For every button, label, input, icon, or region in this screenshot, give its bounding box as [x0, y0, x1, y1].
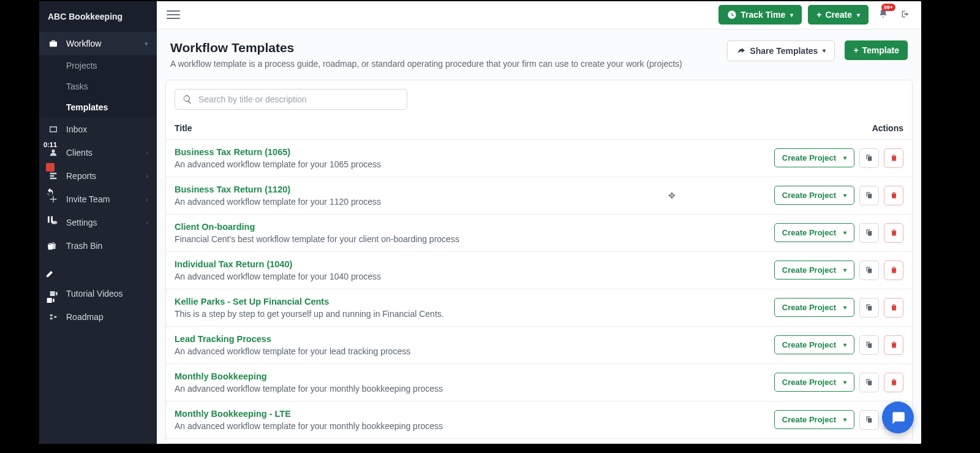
table-row: Kellie Parks - Set Up Financial Cents Th…	[166, 289, 912, 327]
template-title[interactable]: Lead Tracking Process	[175, 334, 774, 344]
draw-button[interactable]	[44, 267, 56, 280]
table-row: Lead Tracking Process An advanced workfl…	[166, 327, 912, 364]
copy-button[interactable]	[859, 186, 879, 205]
template-title[interactable]: Monthly Bookkeeping	[175, 371, 774, 381]
create-project-button[interactable]: Create Project ▾	[774, 186, 854, 205]
video-controls: 0:11	[39, 141, 61, 306]
plus-icon: +	[816, 10, 821, 20]
create-project-button[interactable]: Create Project ▾	[774, 298, 854, 317]
chevron-down-icon: ▾	[843, 341, 846, 348]
pause-button[interactable]	[44, 213, 56, 226]
table-header: Title Actions	[166, 117, 912, 140]
table-row: Monthly Bookkeeping - LTE An advanced wo…	[166, 402, 912, 439]
chevron-down-icon: ▾	[843, 267, 846, 273]
chat-button[interactable]	[882, 402, 914, 433]
search-box[interactable]	[175, 89, 407, 110]
table-row: Client On-boarding Financial Cent's best…	[166, 215, 912, 252]
chevron-down-icon: ▾	[790, 12, 793, 18]
page-header: Workflow Templates A workflow template i…	[157, 29, 921, 74]
exit-icon[interactable]	[900, 9, 911, 20]
templates-card: Title Actions Business Tax Return (1065)…	[165, 80, 913, 444]
chevron-down-icon: ▾	[843, 229, 846, 236]
row-actions: Create Project ▾	[774, 148, 903, 168]
track-time-button[interactable]: Track Time ▾	[718, 5, 802, 25]
restart-button[interactable]	[44, 186, 56, 199]
nav-templates[interactable]: Templates	[39, 97, 157, 118]
new-template-button[interactable]: + Template	[845, 40, 908, 60]
video-time: 0:11	[43, 141, 57, 148]
copy-button[interactable]	[859, 261, 879, 280]
nav-projects[interactable]: Projects	[39, 55, 157, 76]
delete-button[interactable]	[884, 261, 903, 280]
create-project-button[interactable]: Create Project ▾	[774, 261, 854, 280]
row-actions: Create Project ▾	[774, 298, 903, 318]
chevron-down-icon: ▾	[823, 47, 826, 54]
delete-button[interactable]	[884, 148, 903, 168]
main: Track Time ▾ + Create ▾ 99+ Workflow Tem…	[157, 1, 921, 444]
template-desc: An advanced workflow template for your l…	[175, 346, 774, 356]
delete-recording-button[interactable]	[44, 240, 56, 253]
create-project-button[interactable]: Create Project ▾	[774, 148, 854, 167]
create-button[interactable]: + Create ▾	[808, 5, 869, 25]
search-input[interactable]	[198, 94, 399, 104]
copy-button[interactable]	[859, 223, 879, 243]
menu-toggle-icon[interactable]	[167, 8, 180, 21]
template-title[interactable]: Monthly Bookkeeping - LTE	[175, 409, 774, 419]
nav-workflow[interactable]: Workflow ▾	[39, 32, 157, 55]
nav-workflow-sub: Projects Tasks Templates	[39, 55, 157, 118]
table-row: Business Tax Return (1120) An advanced w…	[166, 177, 912, 215]
brand-title: ABC Bookkeeping	[39, 1, 157, 32]
row-actions: Create Project ▾	[774, 186, 903, 205]
copy-button[interactable]	[859, 298, 879, 318]
copy-button[interactable]	[859, 335, 879, 355]
nav-roadmap[interactable]: Roadmap	[39, 305, 157, 329]
row-actions: Create Project ▾	[774, 223, 903, 243]
delete-button[interactable]	[884, 223, 903, 243]
plus-icon: +	[853, 45, 858, 55]
template-title[interactable]: Business Tax Return (1065)	[175, 147, 774, 157]
template-desc: An advanced workflow template for your m…	[175, 421, 774, 431]
share-icon	[736, 46, 746, 56]
create-project-button[interactable]: Create Project ▾	[774, 410, 854, 429]
notifications-button[interactable]: 99+	[878, 9, 891, 21]
delete-button[interactable]	[884, 373, 903, 392]
share-templates-button[interactable]: Share Templates ▾	[727, 40, 835, 61]
template-desc: An advanced workflow template for your m…	[175, 384, 774, 394]
chevron-right-icon: ›	[146, 196, 148, 203]
nav-tasks[interactable]: Tasks	[39, 76, 157, 97]
template-desc: An advanced workflow template for your 1…	[175, 272, 774, 281]
col-title: Title	[175, 123, 775, 133]
table-row: Monthly Bookkeeping - Uncat An advanced …	[166, 439, 912, 444]
chevron-down-icon: ▾	[843, 304, 846, 311]
table-row: Individual Tax Return (1040) An advanced…	[166, 252, 912, 289]
create-project-button[interactable]: Create Project ▾	[774, 223, 854, 242]
nav-inbox[interactable]: Inbox	[39, 118, 157, 141]
copy-button[interactable]	[859, 373, 879, 392]
template-title[interactable]: Client On-boarding	[175, 222, 774, 232]
chevron-right-icon: ›	[146, 149, 148, 156]
delete-button[interactable]	[884, 186, 903, 205]
delete-button[interactable]	[884, 335, 903, 355]
delete-button[interactable]	[884, 298, 903, 318]
row-actions: Create Project ▾	[774, 261, 903, 280]
copy-button[interactable]	[859, 148, 879, 168]
inbox-icon	[48, 124, 59, 135]
chevron-down-icon: ▾	[857, 12, 860, 18]
template-title[interactable]: Kellie Parks - Set Up Financial Cents	[175, 297, 774, 306]
template-title[interactable]: Individual Tax Return (1040)	[175, 259, 774, 269]
template-desc: An advanced workflow template for your 1…	[175, 159, 774, 169]
create-project-button[interactable]: Create Project ▾	[774, 335, 854, 354]
briefcase-icon	[48, 38, 59, 49]
create-project-button[interactable]: Create Project ▾	[774, 373, 854, 392]
stop-record-button[interactable]	[46, 163, 55, 172]
drag-handle-icon[interactable]: ✥	[668, 191, 676, 200]
camera-button[interactable]	[44, 294, 56, 306]
roadmap-icon	[48, 311, 59, 322]
page-title: Workflow Templates	[170, 40, 717, 55]
template-desc: This is a step by step to get yourself u…	[175, 309, 774, 319]
copy-button[interactable]	[859, 410, 879, 430]
notifications-badge: 99+	[881, 4, 895, 11]
chevron-down-icon: ▾	[843, 379, 846, 386]
table-row: Business Tax Return (1065) An advanced w…	[166, 140, 912, 177]
template-title[interactable]: Business Tax Return (1120)	[175, 185, 774, 194]
